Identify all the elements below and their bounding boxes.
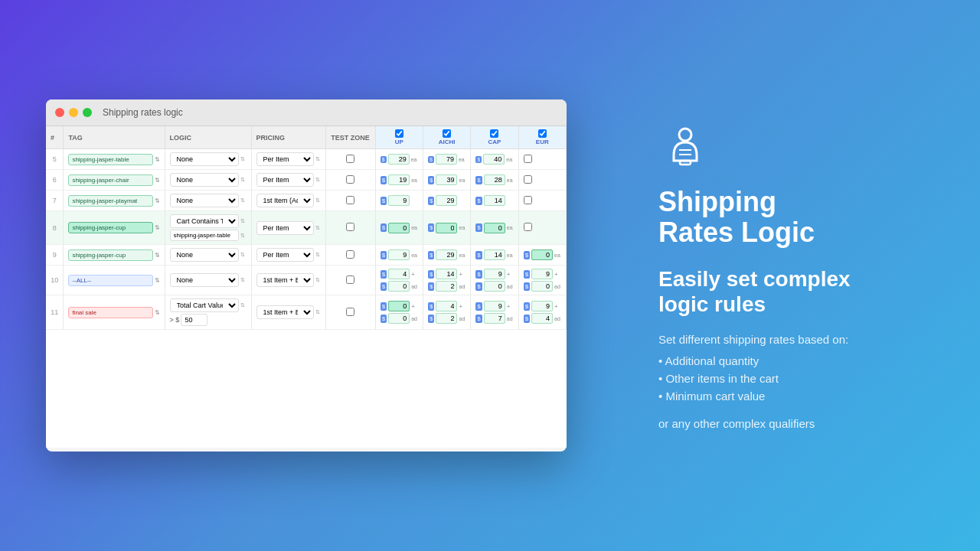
aichi-rate-input[interactable] <box>436 223 457 233</box>
app-icon <box>658 121 712 174</box>
up-rate-input[interactable] <box>388 195 410 206</box>
pricing-select[interactable]: 1st Item + Each Addl <box>256 305 314 319</box>
cap-rate-cell: $ ea <box>471 149 518 170</box>
pricing-select[interactable]: 1st Item (Addl Free) <box>256 194 314 207</box>
test-zone-checkbox[interactable] <box>346 223 354 231</box>
aichi-rate-cell: $ ea <box>423 149 471 170</box>
maximize-button[interactable] <box>83 108 92 117</box>
eur-zone-checkbox[interactable] <box>538 129 547 138</box>
logic-select[interactable]: Total Cart Value <box>170 298 239 312</box>
minimize-button[interactable] <box>69 108 78 117</box>
aichi-rate-input[interactable] <box>436 195 457 206</box>
col-tag: TAG <box>64 126 165 149</box>
bullet-item: Additional quantity <box>658 352 934 370</box>
eur-rate-input[interactable] <box>531 249 553 260</box>
window-title: Shipping rates logic <box>103 107 183 118</box>
test-zone-cell <box>326 149 376 170</box>
table-row: 6 ⇅ None ⇅ <box>46 170 567 191</box>
test-zone-checkbox[interactable] <box>346 155 354 163</box>
bullet-item: Minimum cart value <box>658 387 934 405</box>
tag-input[interactable] <box>68 275 152 286</box>
eur-checkbox[interactable] <box>524 223 532 231</box>
test-zone-checkbox[interactable] <box>346 276 354 284</box>
tag-input[interactable] <box>68 154 152 165</box>
logic-value-input[interactable] <box>181 314 207 326</box>
cap-rate-input[interactable] <box>484 223 505 233</box>
eur-checkbox[interactable] <box>524 196 532 204</box>
logic-select[interactable]: None <box>170 152 239 166</box>
up-rate-input[interactable] <box>388 174 410 185</box>
table-row: 7 ⇅ None ⇅ <box>46 191 567 211</box>
test-zone-checkbox[interactable] <box>346 196 354 204</box>
tag-cell: ⇅ <box>64 149 165 170</box>
test-zone-checkbox[interactable] <box>346 250 354 259</box>
cap-rate-input[interactable] <box>484 195 505 206</box>
pricing-select[interactable]: Per Item <box>256 173 314 187</box>
pricing-select[interactable]: Per Item <box>256 221 314 235</box>
up-zone-checkbox[interactable] <box>395 129 403 138</box>
logic-select[interactable]: Cart Contains Tag <box>170 214 239 228</box>
app-name: Shipping Rates Logic <box>658 187 934 247</box>
tag-input[interactable] <box>68 222 152 233</box>
logic-select[interactable]: None <box>170 273 239 287</box>
aichi-rate-input[interactable] <box>436 249 457 260</box>
tagline: Easily set complexlogic rules <box>658 266 934 318</box>
table-container: # TAG LOGIC PRICING TEST ZONE UP <box>46 126 567 448</box>
description: Set different shipping rates based on: <box>658 333 934 346</box>
tag-input[interactable] <box>68 249 152 261</box>
table-row: 10 ⇅ None ⇅ <box>46 266 567 295</box>
cap-zone-checkbox[interactable] <box>490 129 498 138</box>
rates-table: # TAG LOGIC PRICING TEST ZONE UP <box>46 126 567 330</box>
tag-input[interactable] <box>68 195 152 207</box>
test-zone-checkbox[interactable] <box>346 308 354 316</box>
bullet-list: Additional quantity Other items in the c… <box>658 352 934 405</box>
col-aichi: AICHI <box>423 126 471 149</box>
logic-select[interactable]: None <box>170 248 239 262</box>
up-rate-input[interactable] <box>388 154 410 165</box>
title-bar: Shipping rates logic <box>46 99 567 126</box>
cap-rate-input[interactable] <box>484 174 505 185</box>
logic-select[interactable]: None <box>170 194 239 207</box>
eur-checkbox[interactable] <box>524 175 532 184</box>
cap-rate-input[interactable] <box>483 154 505 165</box>
pricing-cell: Per Item ⇅ <box>251 149 326 170</box>
cap-rate-input[interactable] <box>484 249 505 260</box>
logic-cell: None ⇅ <box>165 149 251 170</box>
app-window: Shipping rates logic # TAG LOGIC PRICING… <box>46 99 567 452</box>
bullet-item: Other items in the cart <box>658 370 934 387</box>
col-up: UP <box>375 126 423 149</box>
info-panel: Shipping Rates Logic Easily set complexl… <box>643 121 934 429</box>
row-num: 5 <box>46 149 64 170</box>
aichi-rate-input[interactable] <box>436 154 457 165</box>
col-logic: LOGIC <box>165 126 251 149</box>
col-cap: CAP <box>471 126 518 149</box>
pricing-select[interactable]: 1st Item + Each Addl <box>256 273 314 287</box>
col-pricing: PRICING <box>251 126 326 149</box>
svg-point-0 <box>679 129 691 141</box>
tag-input[interactable] <box>68 174 152 186</box>
tag-input[interactable] <box>68 307 152 318</box>
col-num: # <box>46 126 64 149</box>
eur-rate-cell <box>518 149 566 170</box>
test-zone-checkbox[interactable] <box>346 175 354 184</box>
svg-rect-1 <box>680 161 691 165</box>
col-eur: EUR <box>518 126 566 149</box>
aichi-rate-input[interactable] <box>436 174 457 185</box>
eur-checkbox[interactable] <box>524 155 532 163</box>
aichi-zone-checkbox[interactable] <box>443 129 451 138</box>
table-row: 8 ⇅ Cart Contains Tag ⇅ <box>46 211 567 245</box>
table-row: 9 ⇅ None ⇅ <box>46 245 567 266</box>
pricing-select[interactable]: Per Item <box>256 152 314 166</box>
pricing-select[interactable]: Per Item <box>256 248 314 262</box>
logic-select[interactable]: None <box>170 173 239 187</box>
table-row: 5 ⇅ None ⇅ <box>46 149 567 170</box>
close-button[interactable] <box>55 108 64 117</box>
table-row: 11 ⇅ Total Cart Value ⇅ <box>46 295 567 330</box>
logic-tag-input[interactable] <box>170 230 239 241</box>
qualifier-text: or any other complex qualifiers <box>658 417 934 430</box>
up-rate-cell: $ ea <box>375 149 423 170</box>
up-rate-input[interactable] <box>388 223 410 233</box>
col-test-zone: TEST ZONE <box>326 126 376 149</box>
up-rate-input[interactable] <box>388 249 410 260</box>
